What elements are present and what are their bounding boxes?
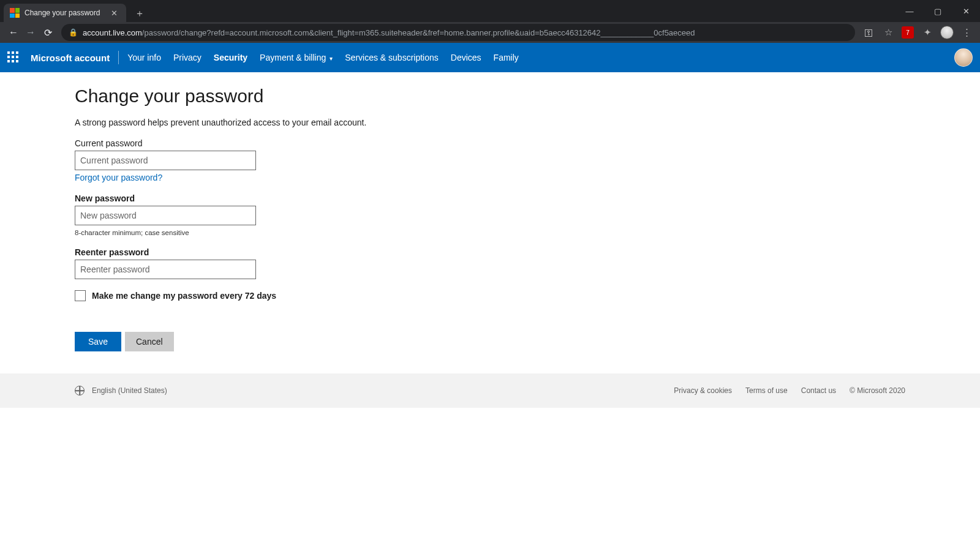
expire-checkbox-row: Make me change my password every 72 days bbox=[75, 290, 980, 301]
page-subtext: A strong password helps prevent unauthor… bbox=[75, 118, 980, 127]
address-bar: ← → ⟳ 🔒 account.live.com/password/change… bbox=[0, 22, 980, 43]
browser-tab[interactable]: Change your password ✕ bbox=[4, 4, 126, 22]
menu-icon[interactable]: ⋮ bbox=[958, 24, 975, 41]
new-password-label: New password bbox=[75, 193, 980, 203]
profile-avatar[interactable] bbox=[938, 24, 956, 41]
account-avatar[interactable] bbox=[954, 48, 973, 67]
extension-badge[interactable]: 7 bbox=[899, 24, 916, 41]
nav-security[interactable]: Security bbox=[214, 53, 247, 62]
page-content: Change your password A strong password h… bbox=[0, 72, 980, 351]
button-row: Save Cancel bbox=[75, 332, 980, 351]
page-footer: English (United States) Privacy & cookie… bbox=[0, 373, 980, 408]
nav-your-info[interactable]: Your info bbox=[127, 53, 161, 62]
new-password-group: New password 8-character minimum; case s… bbox=[75, 193, 980, 236]
reenter-password-group: Reenter password bbox=[75, 247, 980, 279]
nav-family[interactable]: Family bbox=[494, 53, 519, 62]
microsoft-favicon bbox=[10, 8, 20, 18]
reload-button[interactable]: ⟳ bbox=[39, 24, 56, 41]
window-controls: ― ▢ ✕ bbox=[895, 0, 980, 22]
app-launcher-icon[interactable] bbox=[7, 51, 20, 64]
back-button[interactable]: ← bbox=[5, 24, 22, 41]
nav-services[interactable]: Services & subscriptions bbox=[345, 53, 439, 62]
footer-right: Privacy & cookies Terms of use Contact u… bbox=[674, 386, 905, 395]
url-host: account.live.com bbox=[83, 28, 142, 37]
password-hint: 8-character minimum; case sensitive bbox=[75, 229, 980, 236]
minimize-button[interactable]: ― bbox=[895, 0, 924, 22]
url-path: /password/change?refd=account.microsoft.… bbox=[142, 28, 695, 37]
forward-button[interactable]: → bbox=[22, 24, 39, 41]
microsoft-nav: Microsoft account Your info Privacy Secu… bbox=[0, 43, 980, 72]
footer-copyright: © Microsoft 2020 bbox=[850, 386, 905, 395]
toolbar-right: ⚿ ☆ 7 ✦ ⋮ bbox=[860, 24, 975, 41]
language-link[interactable]: English (United States) bbox=[92, 386, 167, 395]
reenter-password-label: Reenter password bbox=[75, 247, 980, 257]
reenter-password-input[interactable] bbox=[75, 260, 256, 279]
cancel-button[interactable]: Cancel bbox=[125, 332, 174, 351]
globe-icon[interactable] bbox=[75, 386, 85, 395]
current-password-label: Current password bbox=[75, 138, 980, 148]
nav-payment[interactable]: Payment & billing▾ bbox=[260, 53, 333, 62]
forgot-password-link[interactable]: Forgot your password? bbox=[75, 173, 162, 182]
brand-title[interactable]: Microsoft account bbox=[31, 53, 110, 63]
key-icon[interactable]: ⚿ bbox=[860, 24, 877, 41]
browser-chrome: Change your password ✕ ＋ ― ▢ ✕ ← → ⟳ 🔒 a… bbox=[0, 0, 980, 43]
close-tab-icon[interactable]: ✕ bbox=[108, 9, 120, 18]
new-tab-button[interactable]: ＋ bbox=[131, 5, 148, 22]
bookmark-star-icon[interactable]: ☆ bbox=[880, 24, 897, 41]
current-password-group: Current password Forgot your password? bbox=[75, 138, 980, 182]
page-title: Change your password bbox=[75, 86, 980, 107]
close-window-button[interactable]: ✕ bbox=[952, 0, 980, 22]
expire-checkbox[interactable] bbox=[75, 290, 86, 301]
nav-separator bbox=[118, 51, 119, 64]
new-password-input[interactable] bbox=[75, 206, 256, 225]
footer-left: English (United States) bbox=[75, 386, 167, 395]
chevron-down-icon: ▾ bbox=[330, 55, 333, 62]
footer-privacy-link[interactable]: Privacy & cookies bbox=[674, 386, 732, 395]
tab-title: Change your password bbox=[24, 9, 108, 17]
nav-devices[interactable]: Devices bbox=[451, 53, 481, 62]
lock-icon: 🔒 bbox=[69, 28, 78, 37]
nav-links: Your info Privacy Security Payment & bil… bbox=[127, 53, 519, 62]
tab-strip: Change your password ✕ ＋ ― ▢ ✕ bbox=[0, 0, 980, 22]
save-button[interactable]: Save bbox=[75, 332, 121, 351]
footer-contact-link[interactable]: Contact us bbox=[801, 386, 836, 395]
footer-terms-link[interactable]: Terms of use bbox=[745, 386, 788, 395]
maximize-button[interactable]: ▢ bbox=[924, 0, 952, 22]
extensions-icon[interactable]: ✦ bbox=[919, 24, 936, 41]
expire-checkbox-label[interactable]: Make me change my password every 72 days bbox=[92, 291, 276, 301]
url-bar[interactable]: 🔒 account.live.com/password/change?refd=… bbox=[61, 24, 855, 41]
current-password-input[interactable] bbox=[75, 151, 256, 170]
nav-privacy[interactable]: Privacy bbox=[173, 53, 202, 62]
